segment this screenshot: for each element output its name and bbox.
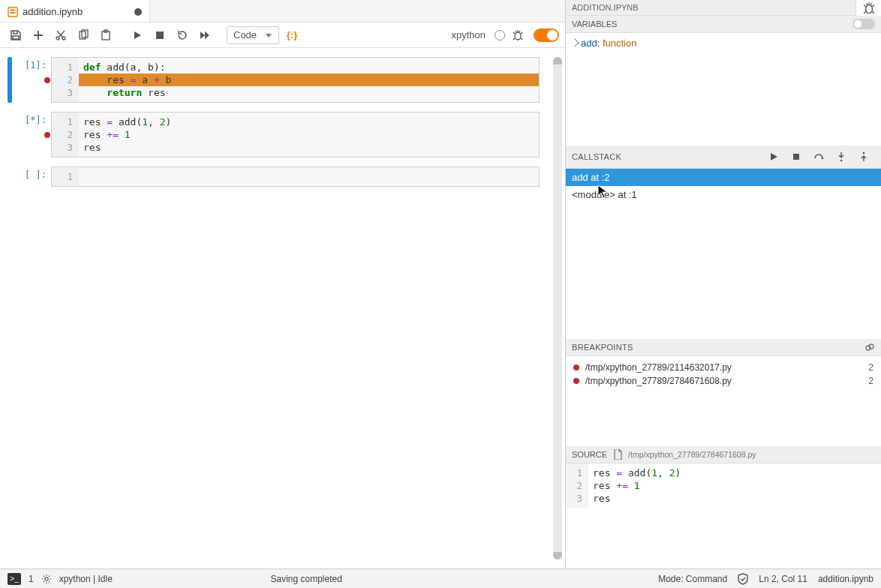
tab-bar: addition.ipynb: [0, 0, 565, 22]
continue-button[interactable]: [765, 148, 782, 165]
cell-editor[interactable]: 123res = add(1, 2)res += 1res: [51, 112, 540, 158]
notebook-cell[interactable]: [*]:123res = add(1, 2)res += 1res: [8, 112, 555, 158]
code-area[interactable]: def add(a, b): res = a + b return res: [79, 58, 539, 102]
line-gutter[interactable]: 123: [52, 112, 79, 157]
callstack-label: CALLSTACK: [572, 152, 621, 161]
breakpoint-path: /tmp/xpython_27789/2784671608.py: [585, 376, 732, 386]
step-out-button[interactable]: [855, 148, 872, 165]
stop-button[interactable]: [150, 26, 170, 45]
code-line[interactable]: return res: [79, 86, 539, 99]
notebook-toolbar: Code {:} xpython: [0, 22, 565, 48]
breakpoint-dot[interactable]: [44, 77, 50, 83]
variable-row[interactable]: add: function: [572, 38, 875, 49]
breakpoints-body: /tmp/xpython_27789/2114632017.py2/tmp/xp…: [566, 356, 881, 446]
terminate-button[interactable]: [788, 148, 804, 165]
svg-point-16: [865, 4, 872, 13]
step-over-button[interactable]: [810, 148, 827, 165]
breakpoint-line: 2: [862, 362, 873, 373]
kernel-status-icon: [495, 30, 505, 40]
notebook-tab[interactable]: addition.ipynb: [0, 0, 150, 22]
save-status: Saving completed: [271, 574, 342, 584]
code-area[interactable]: res = add(1, 2)res += 1res: [79, 112, 539, 157]
cut-button[interactable]: [51, 26, 71, 45]
svg-marker-17: [771, 153, 777, 160]
scroll-arrow-up[interactable]: [553, 57, 562, 64]
notebook-cell[interactable]: [ ]:1: [8, 166, 555, 187]
svg-point-4: [56, 37, 59, 40]
callstack-body: add at :2<module> at :1: [566, 169, 881, 339]
terminals-count[interactable]: 1: [29, 574, 34, 584]
callstack-header[interactable]: CALLSTACK: [566, 146, 881, 169]
scroll-arrow-down[interactable]: [553, 552, 562, 560]
breakpoint-row[interactable]: /tmp/xpython_27789/2114632017.py2: [566, 361, 881, 374]
insert-cell-button[interactable]: [29, 26, 48, 45]
debugger-indicator-icon[interactable]: [508, 26, 528, 45]
terminal-icon[interactable]: >_: [8, 573, 21, 585]
svg-rect-2: [11, 12, 16, 14]
celltype-value: Code: [233, 29, 257, 40]
restart-button[interactable]: [173, 26, 192, 45]
code-line[interactable]: def add(a, b):: [79, 61, 539, 74]
notebook-scrollbar[interactable]: [553, 57, 562, 560]
debug-sidebar-icon[interactable]: [855, 0, 881, 16]
status-filename: addition.ipynb: [818, 574, 873, 584]
breakpoints-header[interactable]: BREAKPOINTS: [566, 339, 881, 356]
line-gutter[interactable]: 1: [52, 167, 79, 186]
notebook-area[interactable]: [1]:123def add(a, b): res = a + b return…: [0, 48, 565, 568]
kernel-name[interactable]: xpython: [447, 29, 490, 40]
variables-label: VARIABLES: [566, 16, 623, 32]
step-in-button[interactable]: [833, 148, 849, 165]
code-line[interactable]: [79, 170, 539, 183]
breakpoint-path: /tmp/xpython_27789/2114632017.py: [585, 362, 732, 373]
line-gutter[interactable]: 123: [52, 58, 79, 102]
cell-activity-bar: [8, 57, 12, 103]
svg-rect-3: [13, 36, 19, 39]
source-gutter-line[interactable]: 3: [569, 492, 585, 505]
breakpoints-clear-icon[interactable]: [864, 342, 875, 352]
run-button[interactable]: [128, 26, 147, 45]
svg-marker-12: [200, 32, 205, 39]
callstack-frame[interactable]: <module> at :1: [566, 186, 881, 203]
source-line: res = add(1, 2): [593, 466, 876, 479]
save-button[interactable]: [6, 26, 26, 45]
cell-editor[interactable]: 1: [51, 166, 540, 187]
breakpoint-dot[interactable]: [44, 132, 50, 138]
notebook-cell[interactable]: [1]:123def add(a, b): res = a + b return…: [8, 57, 555, 103]
variables-filter-toggle[interactable]: [852, 19, 875, 29]
svg-point-5: [62, 37, 65, 40]
trusted-icon[interactable]: [738, 573, 748, 585]
variables-header[interactable]: VARIABLES: [566, 16, 881, 33]
source-label: SOURCE: [572, 450, 607, 459]
source-gutter-line[interactable]: 2: [569, 479, 585, 492]
cell-activity-bar: [8, 166, 12, 187]
paste-button[interactable]: [96, 26, 116, 45]
breakpoint-line: 2: [862, 376, 873, 386]
cell-editor[interactable]: 123def add(a, b): res = a + b return res: [51, 57, 540, 103]
code-line[interactable]: res = add(1, 2): [79, 116, 539, 128]
run-all-button[interactable]: [195, 26, 215, 45]
tab-title: addition.ipynb: [23, 6, 83, 17]
svg-point-24: [45, 577, 48, 580]
code-line[interactable]: res += 1: [79, 128, 539, 141]
tab-dirty-dot: [134, 8, 142, 16]
file-icon: [613, 449, 622, 460]
debugger-toggle[interactable]: [534, 28, 559, 42]
svg-rect-18: [793, 154, 799, 160]
code-line[interactable]: res: [79, 141, 539, 154]
breakpoint-dot[interactable]: [573, 378, 579, 384]
format-button[interactable]: {:}: [282, 26, 302, 45]
svg-point-21: [863, 152, 865, 154]
breakpoint-dot[interactable]: [573, 364, 579, 370]
settings-icon[interactable]: [41, 574, 52, 584]
callstack-frame[interactable]: add at :2: [566, 169, 881, 186]
celltype-select[interactable]: Code: [227, 26, 279, 44]
source-gutter-line[interactable]: 1: [569, 466, 585, 479]
svg-marker-13: [205, 32, 209, 39]
breakpoint-row[interactable]: /tmp/xpython_27789/2784671608.py2: [566, 374, 881, 388]
source-header[interactable]: SOURCE /tmp/xpython_27789/2784671608.py: [566, 446, 881, 464]
copy-button[interactable]: [74, 26, 93, 45]
code-area[interactable]: [79, 167, 539, 186]
code-line[interactable]: res = a + b: [79, 74, 539, 86]
debug-file-label: ADDITION.IPYNB: [572, 3, 639, 12]
svg-point-19: [822, 158, 824, 160]
